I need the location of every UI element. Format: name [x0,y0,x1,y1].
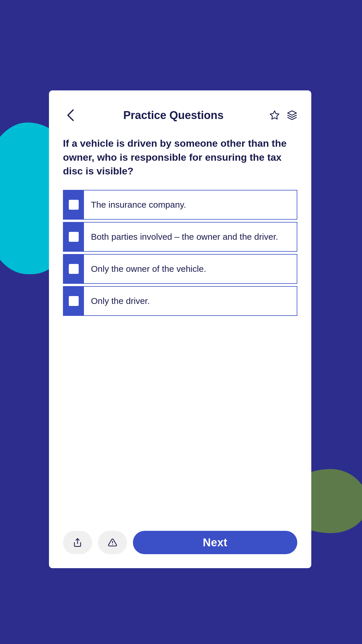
share-button[interactable] [63,531,92,554]
options-list: The insurance company. Both parties invo… [49,190,311,318]
question-text: If a vehicle is driven by someone other … [49,136,311,178]
back-button[interactable] [63,108,78,123]
option-c[interactable]: Only the owner of the vehicle. [63,254,297,284]
checkbox-area-b [64,223,84,251]
option-a[interactable]: The insurance company. [63,190,297,220]
main-card: Practice Questions If a vehicle is drive… [49,90,311,568]
header: Practice Questions [49,108,311,123]
option-d[interactable]: Only the driver. [63,286,297,316]
option-b-text: Both parties involved – the owner and th… [84,223,285,251]
option-c-text: Only the owner of the vehicle. [84,255,213,283]
svg-marker-0 [270,111,279,119]
checkbox-area-a [64,190,84,219]
checkbox-d [69,296,79,306]
option-b[interactable]: Both parties involved – the owner and th… [63,222,297,252]
checkbox-a [69,200,79,210]
option-d-text: Only the driver. [84,287,157,315]
svg-marker-1 [288,111,296,115]
checkbox-area-c [64,255,84,283]
page-title: Practice Questions [78,109,269,122]
checkbox-area-d [64,287,84,315]
option-a-text: The insurance company. [84,190,193,219]
header-actions [269,110,297,120]
checkbox-c [69,264,79,274]
bookmark-button[interactable] [269,110,280,120]
warning-button[interactable] [98,531,127,554]
checkbox-b [69,232,79,242]
footer: Next [49,522,311,568]
next-button[interactable]: Next [133,531,297,554]
layers-button[interactable] [287,110,297,120]
